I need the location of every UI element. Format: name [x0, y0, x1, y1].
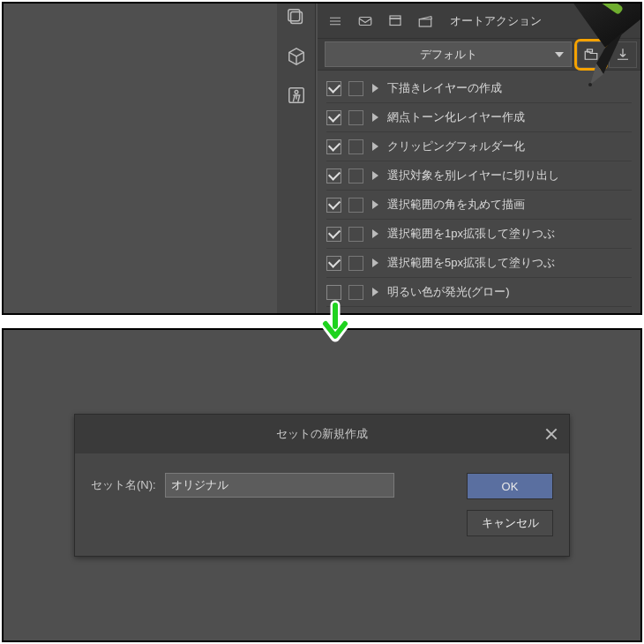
set-name-input[interactable]	[165, 473, 394, 498]
set-dropdown[interactable]: デフォルト	[325, 41, 572, 67]
record-checkbox[interactable]	[348, 256, 363, 271]
dialog-title-text: セットの新規作成	[276, 426, 368, 442]
expand-icon[interactable]	[372, 288, 378, 296]
dialog-backdrop: セットの新規作成 セット名(N): OK キャンセル	[2, 328, 642, 642]
chevron-down-icon	[555, 52, 564, 57]
set-name-row: セット名(N):	[91, 473, 438, 498]
action-item[interactable]: 選択範囲を5px拡張して塗りつぶ	[326, 249, 632, 278]
action-item[interactable]: 網点トーン化レイヤー作成	[326, 103, 632, 132]
action-label: 選択範囲を1px拡張して塗りつぶ	[387, 226, 555, 242]
dialog-body: セット名(N): OK キャンセル	[75, 453, 569, 556]
menu-icon[interactable]	[326, 12, 344, 30]
svg-rect-6	[390, 16, 401, 19]
set-header: デフォルト	[318, 39, 640, 71]
cancel-button[interactable]: キャンセル	[467, 510, 553, 536]
expand-icon[interactable]	[372, 200, 378, 209]
action-label: クリッピングフォルダー化	[387, 139, 525, 154]
expand-icon[interactable]	[372, 171, 378, 180]
svg-rect-0	[290, 12, 302, 24]
expand-icon[interactable]	[372, 229, 378, 238]
record-checkbox[interactable]	[348, 81, 363, 96]
svg-rect-1	[288, 10, 299, 21]
enable-checkbox[interactable]	[326, 139, 341, 154]
tab-label: オートアクション	[450, 13, 542, 29]
action-label: 下描きレイヤーの作成	[387, 80, 502, 96]
svg-rect-4	[359, 17, 371, 25]
tabbar: オートアクション	[318, 4, 640, 39]
svg-point-3	[295, 91, 298, 94]
record-checkbox[interactable]	[348, 110, 363, 125]
arrow-down-icon	[318, 300, 353, 344]
expand-icon[interactable]	[372, 113, 378, 122]
record-checkbox[interactable]	[348, 285, 363, 300]
record-checkbox[interactable]	[348, 139, 363, 154]
action-label: 明るい色が発光(グロー)	[387, 284, 510, 300]
action-item[interactable]: 選択範囲の角を丸めて描画	[326, 191, 632, 220]
action-label: 選択範囲の角を丸めて描画	[387, 197, 525, 213]
action-label: 選択対象を別レイヤーに切り出し	[387, 168, 559, 183]
mail-icon[interactable]	[356, 12, 374, 30]
close-icon[interactable]	[544, 427, 558, 441]
timeline-icon[interactable]	[386, 12, 404, 30]
action-item[interactable]: 選択範囲を1px拡張して塗りつぶ	[326, 220, 632, 249]
expand-icon[interactable]	[372, 142, 378, 151]
record-checkbox[interactable]	[348, 168, 363, 183]
palette-sidebar	[277, 4, 316, 313]
expand-icon[interactable]	[372, 258, 378, 267]
dialog-buttons: OK キャンセル	[467, 473, 553, 536]
set-dropdown-label: デフォルト	[420, 47, 477, 63]
record-checkbox[interactable]	[348, 227, 363, 242]
enable-checkbox[interactable]	[326, 81, 341, 96]
new-set-dialog: セットの新規作成 セット名(N): OK キャンセル	[74, 414, 570, 557]
clapper-icon[interactable]	[416, 12, 434, 30]
enable-checkbox[interactable]	[326, 198, 341, 213]
enable-checkbox[interactable]	[326, 256, 341, 271]
enable-checkbox[interactable]	[326, 227, 341, 242]
dialog-titlebar: セットの新規作成	[75, 415, 569, 453]
action-item[interactable]: 下描きレイヤーの作成	[326, 74, 632, 103]
auto-action-pane: オートアクション デフォルト 下描きレイヤーの作成網点トーン化レイヤー作成クリッ…	[318, 4, 640, 313]
action-item[interactable]: 明るい色が発光(グロー)	[326, 278, 632, 307]
enable-checkbox[interactable]	[326, 285, 341, 300]
svg-rect-5	[390, 19, 401, 26]
set-name-label: セット名(N):	[91, 477, 156, 493]
enable-checkbox[interactable]	[326, 110, 341, 125]
action-item[interactable]: 選択対象を別レイヤーに切り出し	[326, 161, 632, 191]
action-item[interactable]: クリッピングフォルダー化	[326, 132, 632, 161]
group-icon[interactable]	[284, 5, 309, 30]
action-label: 選択範囲を5px拡張して塗りつぶ	[387, 255, 555, 271]
action-list: 下描きレイヤーの作成網点トーン化レイヤー作成クリッピングフォルダー化選択対象を別…	[318, 71, 640, 313]
auto-action-panel: オートアクション デフォルト 下描きレイヤーの作成網点トーン化レイヤー作成クリッ…	[2, 2, 642, 315]
action-label: 網点トーン化レイヤー作成	[387, 109, 525, 125]
new-set-button[interactable]	[577, 41, 605, 68]
record-checkbox[interactable]	[348, 198, 363, 213]
ok-button[interactable]: OK	[467, 473, 553, 499]
expand-icon[interactable]	[372, 84, 378, 93]
import-button[interactable]	[609, 41, 637, 68]
set-actions	[573, 39, 640, 70]
enable-checkbox[interactable]	[326, 168, 341, 183]
cube-icon[interactable]	[284, 44, 309, 69]
svg-rect-7	[419, 19, 431, 26]
svg-rect-8	[588, 49, 593, 52]
figure-icon[interactable]	[284, 83, 309, 108]
